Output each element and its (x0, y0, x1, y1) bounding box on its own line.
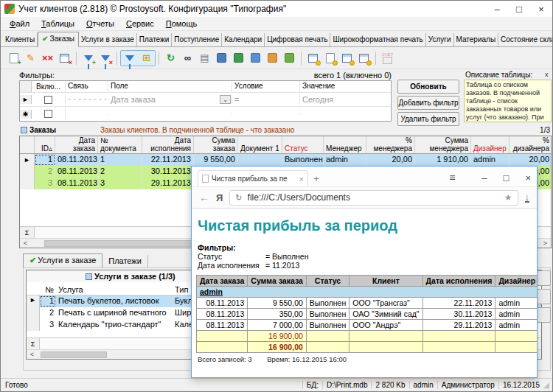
reload-icon[interactable]: ↻ (235, 193, 242, 203)
invoice-icon[interactable]: СЧЕТ (380, 51, 395, 66)
new-tab-icon[interactable]: + (308, 173, 324, 186)
delete-record-icon[interactable]: ×× (40, 51, 55, 66)
tab-stock[interactable]: Состояние склада (498, 33, 553, 46)
menu-help[interactable]: Помощь (160, 18, 204, 29)
scroll-right-icon[interactable]: > (540, 239, 551, 247)
resize-grip[interactable]: ◢ (543, 381, 552, 389)
col-order-date[interactable]: Дата заказа (55, 136, 98, 153)
tab-calendars[interactable]: Календари (222, 33, 265, 46)
browser-tab[interactable]: Чистая прибыль за пе × (198, 170, 308, 186)
tab-orders[interactable]: ✔Заказы (38, 32, 79, 47)
col-designer-pct[interactable]: % дизайнера (509, 136, 552, 153)
tab-services[interactable]: Услуги (426, 33, 454, 46)
menu-reports[interactable]: Отчеты (80, 18, 120, 29)
menu-tables[interactable]: Таблицы (35, 18, 80, 29)
tab-payments[interactable]: Платежи (137, 33, 173, 46)
report-row: 08.11.2013 7 000,00 Выполнен ООО "Андрэ"… (197, 320, 538, 331)
filter-col-condition: Условие (232, 81, 300, 92)
status-user: admin (409, 381, 437, 389)
scroll-thumb[interactable] (41, 351, 107, 358)
scroll-left-icon[interactable]: < (27, 351, 38, 358)
subtotals-icon[interactable] (322, 51, 338, 66)
tab-close-icon[interactable]: × (299, 175, 304, 183)
downloads-icon[interactable]: ↓ (525, 193, 530, 203)
export-word-icon[interactable] (214, 51, 229, 66)
main-tabstrip: Клиенты ✔Заказы Услуги в заказе Платежи … (1, 31, 552, 47)
chevron-down-icon[interactable]: ⌄ (220, 95, 231, 104)
add-filter-button[interactable]: Добавить фильтр (397, 96, 459, 110)
col-designer[interactable]: Дизайнер (471, 136, 509, 153)
description-close-icon[interactable]: x (545, 71, 549, 78)
tab-digital-print[interactable]: Цифровая печать (265, 33, 330, 46)
print-icon[interactable]: ▤ (197, 51, 212, 66)
edit-record-icon[interactable]: ✎ (23, 51, 38, 66)
maximize-button[interactable]: □ (508, 1, 530, 17)
toggle-filter-icon[interactable] (122, 51, 137, 66)
browser-maximize-icon[interactable]: □ (504, 172, 509, 183)
col-manager-sum[interactable]: Сумма менеджера (415, 136, 471, 153)
browser-tabstrip: Чистая прибыль за пе × + ≡ – □ × (192, 167, 537, 186)
tree-view-icon[interactable]: ⊞ (139, 51, 154, 66)
refresh-icon[interactable]: ↻ (163, 51, 178, 66)
menu-service[interactable]: Сервис (120, 18, 160, 29)
filter-condition-cell[interactable]: = (232, 94, 300, 105)
table-icon (21, 127, 27, 133)
menu-bar: Файл Таблицы Отчеты Сервис Помощь (1, 17, 552, 31)
filter-new-checkbox[interactable] (44, 110, 52, 118)
scroll-left-icon[interactable]: < (20, 239, 31, 247)
form-view-icon[interactable] (339, 51, 355, 66)
window-title: Учет клиентов (2.818) © Prostoysoft. Кон… (18, 4, 286, 14)
filter-field-select[interactable]: Дата заказа ⌄ (108, 94, 232, 105)
url-text[interactable]: file:///C:/Users/Documents (248, 192, 499, 203)
orders-row-1[interactable]: ► 1 08.11.2013 1 22.11.2013 9 550,00 Вып… (20, 154, 551, 166)
remove-filter-icon[interactable]: × (97, 51, 113, 66)
yandex-icon[interactable]: Я (216, 192, 223, 203)
back-icon[interactable]: ← (199, 192, 209, 203)
tab-materials[interactable]: Материалы (454, 33, 499, 46)
window-view-icon[interactable] (356, 51, 372, 66)
bookmark-star-icon[interactable]: ★ (504, 192, 512, 203)
tab-income[interactable]: Поступление (172, 33, 222, 46)
menu-file[interactable]: Файл (4, 18, 35, 29)
totals-icon[interactable] (305, 51, 321, 66)
col-manager[interactable]: Менеджер (324, 136, 366, 153)
delete-subrecords-icon[interactable]: × (57, 51, 72, 66)
col-no[interactable]: № (40, 284, 56, 295)
report-filters-label: Фильтры: (198, 243, 236, 252)
export-excel-icon[interactable] (231, 51, 246, 66)
col-document1[interactable]: Документ 1 (238, 136, 282, 153)
tab-wide-print[interactable]: Широкоформатная печать (330, 33, 425, 46)
subtab-order-services[interactable]: ✔Услуги в заказе (23, 253, 102, 267)
tab-order-services[interactable]: Услуги в заказе (79, 33, 137, 46)
browser-minimize-icon[interactable]: – (481, 172, 487, 183)
refresh-button[interactable]: Обновить (397, 80, 459, 94)
subtab-payments[interactable]: Платежи (102, 255, 148, 267)
add-record-icon[interactable]: + (6, 51, 21, 66)
add-filter-icon[interactable]: + (80, 51, 96, 66)
export-xml-icon[interactable] (265, 51, 280, 66)
url-field[interactable]: ↻ file:///C:/Users/Documents ★ (229, 190, 518, 206)
browser-close-icon[interactable]: × (525, 172, 531, 183)
filter-enabled-checkbox[interactable] (44, 96, 52, 104)
col-manager-pct[interactable]: % менеджера (366, 136, 415, 153)
export-html-icon[interactable] (248, 51, 263, 66)
find-icon[interactable]: ∞ (180, 51, 195, 66)
col-exec-date[interactable]: Дата исполнения (142, 136, 194, 153)
sigma-icon: Σ (27, 338, 40, 349)
filter-col-enabled: Вклю... (32, 81, 66, 92)
minimize-button[interactable]: – (486, 1, 508, 17)
browser-menu-icon[interactable]: ≡ (449, 172, 455, 183)
app-icon (4, 4, 15, 14)
filter-value-cell[interactable]: Сегодня (300, 94, 391, 105)
export-report-icon[interactable] (282, 51, 297, 66)
col-status[interactable]: Статус (282, 136, 324, 153)
col-order-sum[interactable]: Сумма заказа (194, 136, 238, 153)
report-filter-name: Статус (198, 252, 265, 261)
col-id[interactable]: ID▵ (35, 136, 55, 153)
tab-clients[interactable]: Клиенты (3, 33, 38, 46)
filter-row-marker: ► (20, 95, 32, 104)
col-doc-no[interactable]: № документа (98, 136, 142, 153)
col-service[interactable]: Услуга (56, 284, 173, 295)
checkmark-icon: ✔ (42, 35, 48, 43)
close-button[interactable]: × (530, 1, 552, 17)
